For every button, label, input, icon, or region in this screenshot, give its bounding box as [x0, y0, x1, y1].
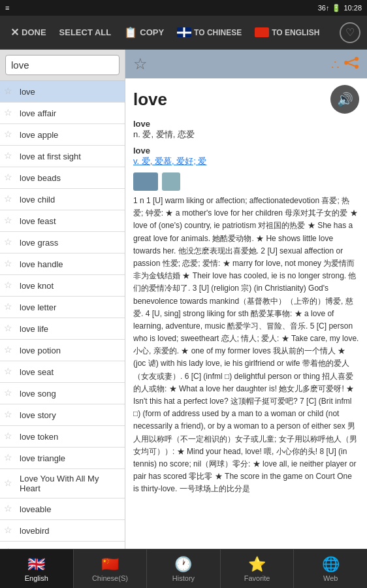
star-icon[interactable]: ☆: [4, 172, 16, 184]
search-bar: [0, 50, 125, 81]
star-icon[interactable]: ☆: [4, 86, 16, 97]
star-icon[interactable]: ☆: [4, 215, 16, 227]
word-text: love potion: [20, 346, 61, 355]
right-header: ☆ ∴: [125, 50, 367, 78]
list-item[interactable]: ☆ love beads: [0, 167, 125, 189]
def-pos-verb: love: [133, 146, 359, 155]
word-text: Lovecraft: [20, 547, 54, 549]
nav-label-favorite: Favorite: [244, 574, 270, 582]
signal-icon: ≡: [5, 4, 9, 12]
copy-button[interactable]: 📋 COPY: [120, 24, 168, 41]
list-item[interactable]: ☆ love apple: [0, 124, 125, 146]
word-text: love at first sight: [20, 152, 81, 161]
definition-area: love love n. 爱, 爱情, 恋爱 love v. 爱, 爱慕, 爱好…: [125, 78, 367, 549]
nav-item-chinese[interactable]: 🇨🇳 Chinese(S): [74, 549, 148, 588]
word-text: love child: [20, 195, 55, 204]
star-icon[interactable]: ☆: [4, 301, 16, 313]
nav-label-history: History: [172, 574, 195, 582]
word-text: love beads: [20, 173, 61, 183]
list-item[interactable]: ☆ love handle: [0, 253, 125, 275]
svg-line-4: [346, 63, 357, 67]
def-pos-noun: love: [133, 119, 359, 129]
speaker-button[interactable]: [330, 85, 359, 114]
chinese-flag-icon: 🇨🇳: [101, 556, 119, 573]
search-input[interactable]: [5, 55, 120, 75]
star-icon[interactable]: ☆: [4, 237, 16, 248]
star-icon[interactable]: ☆: [4, 546, 16, 549]
time-display: 10:28: [343, 4, 362, 12]
word-title-row: love: [133, 85, 359, 114]
star-icon[interactable]: ☆: [4, 409, 16, 421]
word-text: love handle: [20, 259, 63, 269]
list-item[interactable]: ☆ love affair: [0, 103, 125, 124]
word-text: lovebird: [20, 526, 50, 536]
list-item[interactable]: ☆ love triangle: [0, 448, 125, 469]
star-icon[interactable]: ☆: [4, 344, 16, 356]
star-icon[interactable]: ☆: [4, 525, 16, 536]
web-icon: 🌐: [322, 556, 340, 573]
star-icon[interactable]: ☆: [4, 503, 16, 515]
list-item[interactable]: ☆ love letter: [0, 297, 125, 318]
status-left: ≡: [5, 4, 9, 12]
done-button[interactable]: ✕ DONE: [7, 24, 50, 41]
word-text: loveable: [20, 504, 51, 514]
star-icon[interactable]: ☆: [4, 387, 16, 399]
audio-wave-2: [162, 172, 180, 191]
list-item[interactable]: ☆ love life: [0, 318, 125, 340]
star-icon[interactable]: ☆: [4, 129, 16, 140]
status-right: 36↑ 🔋 10:28: [318, 4, 362, 12]
star-button[interactable]: ☆: [133, 55, 148, 73]
uk-flag-icon: [177, 27, 191, 37]
select-all-button[interactable]: SELECT ALL: [56, 25, 116, 40]
star-icon[interactable]: ☆: [4, 452, 16, 464]
nav-item-favorite[interactable]: ⭐ Favorite: [221, 549, 295, 588]
copy-label: COPY: [140, 27, 164, 37]
list-item[interactable]: ☆ Lovecraft: [0, 542, 125, 549]
word-list: ☆ love ☆ love affair ☆ love apple ☆ love…: [0, 81, 125, 549]
star-icon[interactable]: ☆: [4, 478, 16, 489]
list-item[interactable]: ☆ love: [0, 81, 125, 103]
svg-line-3: [346, 59, 357, 63]
list-item[interactable]: ☆ love token: [0, 426, 125, 448]
list-item[interactable]: ☆ loveable: [0, 498, 125, 520]
list-item[interactable]: ☆ love song: [0, 383, 125, 404]
favorite-button[interactable]: ♡: [340, 22, 360, 43]
list-item[interactable]: ☆ love potion: [0, 340, 125, 361]
nav-label-english: English: [25, 574, 48, 582]
star-icon[interactable]: ☆: [4, 193, 16, 205]
list-item[interactable]: ☆ love feast: [0, 210, 125, 232]
word-text: love story: [20, 410, 56, 420]
toolbar: ✕ DONE SELECT ALL 📋 COPY TO CHINESE TO E…: [0, 16, 367, 50]
star-icon[interactable]: ☆: [4, 258, 16, 270]
word-text: love: [20, 87, 35, 97]
list-item[interactable]: ☆ Love You With All My Heart: [0, 469, 125, 498]
list-item[interactable]: ☆ love grass: [0, 232, 125, 253]
star-icon[interactable]: ☆: [4, 431, 16, 442]
word-text: love letter: [20, 302, 56, 312]
star-icon[interactable]: ☆: [4, 366, 16, 378]
def-word-noun: love: [133, 119, 150, 129]
list-item[interactable]: ☆ love child: [0, 189, 125, 210]
signal-strength: 36↑: [318, 4, 330, 12]
star-icon[interactable]: ☆: [4, 107, 16, 119]
list-item[interactable]: ☆ love at first sight: [0, 146, 125, 167]
list-item[interactable]: ☆ love story: [0, 404, 125, 426]
def-section-verb: love v. 爱, 爱慕, 爱好; 爱: [133, 146, 359, 167]
nav-item-web[interactable]: 🌐 Web: [294, 549, 367, 588]
to-chinese-button[interactable]: TO CHINESE: [173, 25, 246, 40]
list-item[interactable]: ☆ lovebird: [0, 520, 125, 542]
to-chinese-label: TO CHINESE: [194, 28, 242, 37]
list-item[interactable]: ☆ love seat: [0, 361, 125, 383]
list-item[interactable]: ☆ love knot: [0, 275, 125, 297]
nav-item-history[interactable]: 🕐 History: [147, 549, 221, 588]
english-flag-icon: 🇬🇧: [27, 556, 45, 573]
star-icon[interactable]: ☆: [4, 150, 16, 162]
star-icon[interactable]: ☆: [4, 280, 16, 291]
share-button[interactable]: ∴: [331, 56, 359, 73]
nav-item-english[interactable]: 🇬🇧 English: [0, 549, 74, 588]
copy-icon: 📋: [124, 26, 137, 39]
star-icon[interactable]: ☆: [4, 323, 16, 335]
to-english-button[interactable]: TO ENGLISH: [251, 25, 323, 40]
status-bar: ≡ 36↑ 🔋 10:28: [0, 0, 367, 16]
bottom-nav: 🇬🇧 English 🇨🇳 Chinese(S) 🕐 History ⭐ Fav…: [0, 549, 367, 588]
